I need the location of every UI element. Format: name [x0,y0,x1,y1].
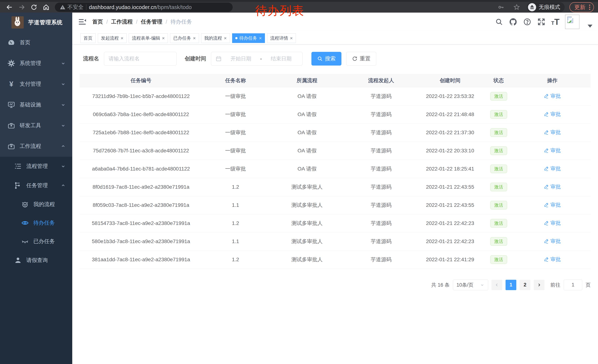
close-icon[interactable]: × [121,36,123,40]
tab-todo-tasks[interactable]: 待办任务× [232,33,265,43]
refresh-icon [352,56,357,61]
table-row: 069c6a63-7b8a-11ec-8ef0-acde48001122一级审批… [80,105,590,123]
col-status: 状态 [483,74,514,87]
end-date-input[interactable] [265,56,298,62]
prev-page-button[interactable] [491,280,502,290]
sidebar-item-infrastructure[interactable]: 基础设施 [0,94,72,115]
browser-reload-icon[interactable] [29,2,39,13]
page-size-select[interactable]: 10条/页 [453,280,488,290]
tab-process-form-edit[interactable]: 流程表单-编辑× [129,33,168,43]
font-size-icon[interactable]: TT [551,17,559,27]
goto-page-input[interactable] [564,280,582,290]
sidebar-item-system[interactable]: 系统管理 [0,53,72,74]
approve-link[interactable]: 审批 [544,183,561,190]
action-cell: 审批 [514,142,590,160]
status-cell: 激活 [483,251,514,269]
sidebar-item-dev-tools[interactable]: 研发工具 [0,115,72,136]
sidebar-toggle-icon[interactable] [78,18,86,26]
sidebar-item-todo-tasks[interactable]: 待办任务 [0,214,72,232]
browser-back-icon[interactable] [4,2,15,13]
browser-home-icon[interactable] [41,2,51,13]
tab-my-process[interactable]: 我的流程× [201,33,230,43]
sidebar-item-payment[interactable]: ¥ 支付管理 [0,74,72,94]
status-badge: 激活 [490,237,507,246]
monitor-icon [8,101,15,109]
create-time-cell: 2022-01-22 21:37:30 [417,123,483,142]
logo-avatar [11,16,24,29]
tab-done-tasks[interactable]: 已办任务× [170,33,199,43]
approve-link[interactable]: 审批 [544,147,561,154]
approve-link[interactable]: 审批 [544,129,561,136]
eye-icon [21,219,29,227]
tab-home[interactable]: 首页 [80,33,96,43]
process-name-label: 流程名 [83,55,99,62]
tags-view-bar: 首页 发起流程× 流程表单-编辑× 已办任务× 我的流程× 待办任务× 流程详情… [72,31,598,44]
search-icon[interactable] [495,18,503,26]
sidebar-item-leave-query[interactable]: 请假查询 [0,251,72,270]
browser-menu-icon[interactable] [589,5,590,10]
col-actions: 操作 [514,74,590,87]
close-icon[interactable]: × [290,36,293,40]
search-button[interactable]: 搜索 [311,52,341,65]
col-create-time: 创建时间 [417,74,483,87]
task-id-cell: 580e1b3d-7ac8-11ec-a9e2-a2380e71991a [80,232,202,251]
approve-link[interactable]: 审批 [544,219,561,226]
status-badge: 激活 [490,255,507,264]
password-key-icon[interactable] [496,2,507,13]
incognito-badge: 无痕模式 [527,2,565,12]
bookmark-star-icon[interactable] [511,2,522,13]
tab-start-process[interactable]: 发起流程× [98,33,126,43]
process-cell: OA 请假 [269,87,345,105]
active-tab-dot [235,37,238,39]
sidebar-item-process-management[interactable]: 流程管理 [0,157,72,176]
status-cell: 激活 [483,232,514,251]
browser-forward-icon[interactable] [16,2,27,13]
task-name-cell: 1.2 [202,214,269,232]
breadcrumb-task-management[interactable]: 任务管理 [141,18,162,25]
close-icon[interactable]: × [259,36,262,40]
task-name-cell: 一级审批 [202,123,269,142]
approve-link[interactable]: 审批 [544,165,561,172]
task-name-cell: 1.1 [202,232,269,251]
security-status[interactable]: 不安全 [60,4,83,11]
help-icon[interactable] [523,18,532,26]
breadcrumb-home[interactable]: 首页 [92,18,103,25]
status-badge: 激活 [490,201,507,209]
edit-pen-icon [544,202,549,208]
close-icon[interactable]: × [193,36,196,40]
col-process: 所属流程 [269,74,345,87]
page-button-1[interactable]: 1 [506,280,516,290]
close-icon[interactable]: × [162,36,165,40]
app-logo-row[interactable]: 芋道管理系统 [0,13,72,32]
next-page-button[interactable] [534,280,544,290]
approve-link[interactable]: 审批 [544,111,561,118]
sidebar-item-home[interactable]: 首页 [0,32,72,53]
chevron-up-icon [60,183,66,188]
start-date-input[interactable] [224,56,257,62]
breadcrumb-workflow[interactable]: 工作流程 [111,18,133,25]
sidebar-item-done-tasks[interactable]: 已办任务 [0,232,72,251]
task-id-cell: 725a1eb6-7b88-11ec-8ef0-acde48001122 [80,123,202,142]
approve-link[interactable]: 审批 [544,93,561,100]
process-cell: 测试多审批人 [269,232,345,251]
sidebar-item-my-process[interactable]: 我的流程 [0,195,72,214]
fullscreen-icon[interactable] [537,18,546,26]
approve-link[interactable]: 审批 [544,238,561,245]
task-id-cell: a6aba0a4-7b6d-11ec-b781-acde48001122 [80,160,202,178]
github-icon[interactable] [509,18,517,26]
approve-link[interactable]: 审批 [544,256,561,263]
tab-process-detail[interactable]: 流程详情× [267,33,296,43]
page-button-2[interactable]: 2 [520,280,530,290]
user-avatar[interactable] [565,15,580,29]
sidebar-item-workflow[interactable]: 工作流程 [0,136,72,157]
approve-link[interactable]: 审批 [544,202,561,209]
process-name-input[interactable] [108,56,172,62]
starter-cell: 芋道源码 [345,232,417,251]
browser-update-button[interactable]: 更新 [569,2,594,12]
sidebar-item-task-management[interactable]: 任务管理 [0,176,72,195]
reset-button[interactable]: 重置 [346,52,376,65]
address-bar[interactable]: 不安全 dashboard.yudao.iocoder.cn/bpm/task/… [55,3,233,12]
table-row: a6aba0a4-7b6d-11ec-b781-acde48001122一级审批… [80,160,590,178]
caret-down-icon[interactable] [588,25,592,28]
close-icon[interactable]: × [224,36,227,40]
